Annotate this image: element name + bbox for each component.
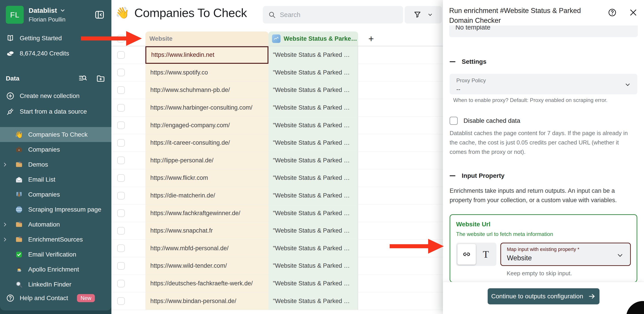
- enrichment-status-cell[interactable]: "Website Status & Parked D…: [268, 64, 358, 82]
- row-checkbox[interactable]: [117, 297, 125, 305]
- sidebar-item-companies-to-check[interactable]: 👋Companies To Check: [0, 127, 112, 142]
- continue-button[interactable]: Continue to outputs configuration: [488, 288, 600, 304]
- waving-hand-icon: 👋: [116, 6, 129, 19]
- website-cell[interactable]: https://www.flickr.com: [146, 169, 268, 187]
- row-checkbox[interactable]: [117, 139, 125, 147]
- sidebar-item-email-list[interactable]: Email List: [0, 172, 112, 187]
- enrichment-status-cell[interactable]: "Website Status & Parked D…: [268, 99, 358, 116]
- chevron-down-icon: [616, 252, 624, 259]
- row-checkbox[interactable]: [117, 192, 125, 200]
- sidebar-help-wrap: Help and Contact New: [0, 292, 112, 304]
- new-folder-icon[interactable]: [96, 74, 105, 83]
- workspace-header[interactable]: FL Datablist Florian Poullin: [0, 0, 112, 26]
- settings-section-header[interactable]: Settings: [450, 58, 637, 65]
- row-checkbox-cell: [112, 99, 146, 116]
- website-cell[interactable]: http://engaged-company.com/: [146, 116, 268, 134]
- continue-button-label: Continue to outputs configuration: [491, 293, 583, 300]
- filter-button[interactable]: [405, 6, 442, 24]
- row-checkbox[interactable]: [117, 209, 125, 217]
- website-cell[interactable]: https://deutsches-fachkraefte-werk.de/: [146, 275, 268, 292]
- sidebar-item-linkedin-finder[interactable]: LinkedIn Finder: [0, 277, 112, 292]
- search-input[interactable]: Search: [263, 6, 403, 24]
- enrichment-status-cell[interactable]: "Website Status & Parked D…: [268, 240, 358, 257]
- chevron-down-icon[interactable]: [427, 12, 433, 18]
- close-icon[interactable]: [629, 8, 638, 17]
- chevron-right-icon[interactable]: [0, 237, 10, 242]
- waving-hand-icon: 👋: [14, 130, 24, 138]
- row-checkbox[interactable]: [117, 156, 125, 164]
- sidebar-action-start-from-a-data-source[interactable]: Start from a data source: [0, 105, 112, 118]
- table-row: http://www.schuhmann-pb.de/"Website Stat…: [112, 82, 443, 99]
- row-checkbox[interactable]: [117, 280, 125, 288]
- page-title: 👋 Companies To Check: [116, 6, 247, 20]
- enrichment-status-cell[interactable]: "Website Status & Parked D…: [268, 187, 358, 204]
- sidebar-item-apollo-enrichment[interactable]: Apollo Enrichment: [0, 262, 112, 277]
- search-collections-icon[interactable]: [78, 74, 87, 83]
- enrichment-status-cell[interactable]: "Website Status & Parked D…: [268, 222, 358, 240]
- website-cell[interactable]: https://www.linkedin.net: [146, 46, 268, 64]
- website-cell[interactable]: http://www.mbfd-personal.de/: [146, 240, 268, 257]
- website-cell[interactable]: https://www.fachkraftgewinner.de/: [146, 204, 268, 222]
- sidebar-item-help-and-contact[interactable]: Help and Contact New: [0, 292, 112, 304]
- enrichment-status-cell[interactable]: "Website Status & Parked D…: [268, 134, 358, 152]
- enrichment-status-cell[interactable]: "Website Status & Parked D…: [268, 116, 358, 134]
- disable-cache-checkbox[interactable]: [450, 117, 458, 125]
- enrichment-status-cell[interactable]: "Website Status & Parked D…: [268, 169, 358, 187]
- website-cell[interactable]: https://www.wild-tender.com/: [146, 257, 268, 275]
- arrow-right-icon: [588, 292, 596, 300]
- disable-cache-row[interactable]: Disable cached data: [450, 117, 637, 125]
- help-icon[interactable]: [608, 8, 617, 17]
- sidebar-action-create-new-collection[interactable]: Create new collection: [0, 90, 112, 102]
- sidebar-item-email-verification[interactable]: Email Verification: [0, 247, 112, 262]
- enrichment-status-cell[interactable]: "Website Status & Parked D…: [268, 152, 358, 169]
- row-checkbox[interactable]: [117, 122, 125, 129]
- template-select[interactable]: No template: [449, 26, 638, 37]
- chevron-right-icon[interactable]: [0, 162, 10, 167]
- website-cell[interactable]: https://www.bindan-personal.de/: [146, 292, 268, 310]
- enrichment-status-cell[interactable]: "Website Status & Parked D…: [268, 275, 358, 292]
- sidebar-item-demos[interactable]: Demos: [0, 157, 112, 172]
- row-checkbox-cell: [112, 152, 146, 169]
- row-checkbox[interactable]: [117, 174, 125, 182]
- row-checkbox[interactable]: [117, 104, 125, 112]
- website-cell[interactable]: https://die-matcherin.de/: [146, 187, 268, 204]
- sidebar-collapse-icon[interactable]: [94, 10, 105, 20]
- sidebar-item-enrichmentsources[interactable]: EnrichmentSources: [0, 232, 112, 247]
- add-column-button[interactable]: +: [365, 33, 377, 45]
- chevron-right-icon[interactable]: [0, 222, 10, 227]
- website-cell[interactable]: http://www.schuhmann-pb.de/: [146, 82, 268, 99]
- column-header-enrichment[interactable]: Website Status & Parked…: [268, 32, 358, 46]
- input-property-section-header[interactable]: Input Property: [450, 172, 637, 179]
- sidebar-item-scraping-impressum-page[interactable]: Scraping Impressum page: [0, 202, 112, 217]
- row-checkbox[interactable]: [117, 227, 125, 234]
- row-checkbox-cell: [112, 46, 146, 64]
- website-cell[interactable]: https://it-career-consulting.de/: [146, 134, 268, 152]
- enrichment-status-cell[interactable]: "Website Status & Parked D…: [268, 82, 358, 99]
- sidebar-item-8-674-240-credits[interactable]: 8,674,240 Credits: [0, 47, 112, 60]
- input-field-description: The website url to fetch meta informatio…: [456, 231, 631, 237]
- enrichment-status-cell[interactable]: "Website Status & Parked D…: [268, 257, 358, 275]
- sidebar-item-companies[interactable]: Companies: [0, 142, 112, 157]
- website-cell[interactable]: https://www.spotify.co: [146, 64, 268, 82]
- row-checkbox[interactable]: [117, 51, 125, 59]
- map-property-select[interactable]: Map input with existing property * Websi…: [500, 243, 631, 266]
- website-cell[interactable]: https://www.snapchat.fr: [146, 222, 268, 240]
- map-property-toggle[interactable]: [458, 244, 476, 264]
- sidebar-item-companies[interactable]: Companies: [0, 187, 112, 202]
- row-checkbox[interactable]: [117, 69, 125, 76]
- enrichment-status-cell[interactable]: "Website Status & Parked D…: [268, 204, 358, 222]
- enrichment-status-cell[interactable]: "Website Status & Parked D…: [268, 292, 358, 310]
- row-checkbox[interactable]: [117, 262, 125, 270]
- custom-text-toggle[interactable]: T: [477, 244, 495, 264]
- workspace-meta: Datablist Florian Poullin: [29, 7, 94, 23]
- website-cell[interactable]: https://www.harbinger-consulting.com/: [146, 99, 268, 116]
- workspace-name[interactable]: Datablist: [29, 7, 94, 14]
- sidebar-item-automation[interactable]: Automation: [0, 217, 112, 232]
- row-checkbox[interactable]: [117, 244, 125, 252]
- proxy-policy-select[interactable]: Proxy Policy --: [450, 74, 637, 94]
- row-checkbox[interactable]: [117, 86, 125, 94]
- website-cell[interactable]: http://lippe-personal.de/: [146, 152, 268, 169]
- column-header-website[interactable]: Website: [146, 32, 268, 46]
- enrichment-status-cell[interactable]: "Website Status & Parked D…: [268, 46, 358, 64]
- website-column-label: Website: [150, 35, 172, 42]
